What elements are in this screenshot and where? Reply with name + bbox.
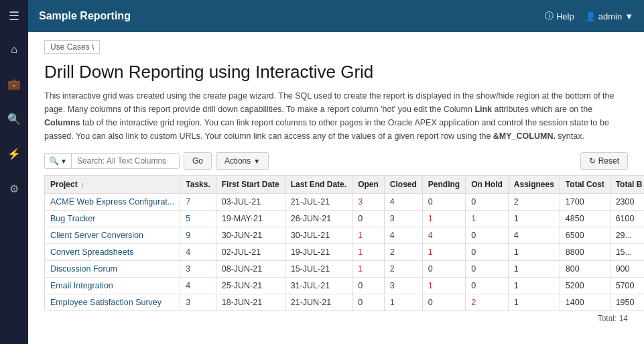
table-row: Email Integration 4 25-JUN-21 31-JUL-21 … [45,278,645,294]
cell-closed: 2 [384,244,422,261]
col-on-hold[interactable]: On Hold [466,176,509,194]
description: This interactive grid was created using … [44,89,628,143]
cell-open: 1 [352,261,385,278]
reset-icon: ↻ [589,156,596,166]
cell-pending: 4 [422,227,465,244]
cell-last-end-date: 30-JUL-21 [285,227,352,244]
col-closed[interactable]: Closed [384,176,422,194]
breadcrumb[interactable]: Use Cases \ [44,40,100,54]
chevron-down-icon: ▼ [253,158,260,165]
cell-on-hold: 1 [466,211,509,227]
cell-project: Convert Spreadsheets [45,244,180,261]
project-link[interactable]: ACME Web Express Configurat... [50,197,174,207]
sidebar: ☰ ⌂ 💼 🔍 ⚡ ⚙ [0,0,28,344]
chevron-down-icon: ▼ [625,11,633,21]
cell-closed: 3 [384,278,422,294]
cell-total-b: 29... [610,227,644,244]
sidebar-briefcase[interactable]: 💼 [0,67,28,102]
project-link[interactable]: Email Integration [50,281,113,290]
col-last-end-date[interactable]: Last End Date. [285,176,352,194]
page-title: Drill Down Reporting using Interactive G… [44,62,628,82]
cell-pending: 1 [422,278,465,294]
col-open[interactable]: Open [352,176,385,194]
cell-assignees: 4 [508,227,560,244]
user-icon: 👤 [585,11,596,21]
col-total-b[interactable]: Total B [610,176,644,194]
cell-on-hold: 0 [466,227,509,244]
help-button[interactable]: ⓘ Help [545,10,574,22]
cell-on-hold: 0 [466,244,509,261]
cell-first-start-date: 08-JUN-21 [216,261,285,278]
cell-last-end-date: 19-JUL-21 [285,244,352,261]
reset-button[interactable]: ↻ Reset [580,152,628,170]
cell-last-end-date: 15-JUL-21 [285,261,352,278]
cell-total-b: 6100 [610,211,644,227]
project-link[interactable]: Bug Tracker [50,214,95,223]
cell-tasks: 7 [180,194,216,211]
cell-project: Client Server Conversion [45,227,180,244]
cell-closed: 3 [384,211,422,227]
cell-last-end-date: 21-JUL-21 [285,194,352,211]
topnav-right: ⓘ Help 👤 admin ▼ [545,10,633,22]
cell-closed: 2 [384,261,422,278]
project-link[interactable]: Client Server Conversion [50,231,143,240]
sidebar-lightning[interactable]: ⚡ [0,137,28,172]
hamburger-button[interactable]: ☰ [0,0,28,32]
cell-on-hold: 2 [466,294,509,311]
col-total-cost[interactable]: Total Cost [560,176,610,194]
cell-project: Employee Satisfaction Survey [45,294,180,311]
toolbar: 🔍 ▼ Go Actions ▼ ↻ Reset [44,152,628,170]
cell-last-end-date: 21-JUN-21 [285,294,352,311]
go-button[interactable]: Go [184,152,212,170]
project-link[interactable]: Convert Spreadsheets [50,247,133,257]
cell-last-end-date: 26-JUN-21 [285,211,352,227]
cell-first-start-date: 18-JUN-21 [216,294,285,311]
col-pending[interactable]: Pending [422,176,465,194]
table-row: Discussion Forum 3 08-JUN-21 15-JUL-21 1… [45,261,645,278]
search-box: 🔍 ▼ [44,153,180,169]
sidebar-home[interactable]: ⌂ [0,32,28,67]
cell-closed: 4 [384,194,422,211]
col-project[interactable]: Project ↕ [45,176,180,194]
cell-tasks: 9 [180,227,216,244]
table-header-row: Project ↕ Tasks. First Start Date Last E… [45,176,645,194]
col-assignees[interactable]: Assignees [508,176,560,194]
sidebar-gear[interactable]: ⚙ [0,172,28,207]
project-link[interactable]: Discussion Forum [50,264,117,274]
search-icon: 🔍 [49,156,59,166]
hamburger-icon: ☰ [9,9,19,23]
cell-total-cost: 800 [560,261,610,278]
topnav: Sample Reporting ⓘ Help 👤 admin ▼ [28,0,644,32]
cell-open: 0 [352,294,385,311]
cell-project: Bug Tracker [45,211,180,227]
col-tasks[interactable]: Tasks. [180,176,216,194]
cell-open: 3 [352,194,385,211]
cell-project: ACME Web Express Configurat... [45,194,180,211]
cell-tasks: 3 [180,261,216,278]
project-link[interactable]: Employee Satisfaction Survey [50,298,162,307]
cell-first-start-date: 30-JUN-21 [216,227,285,244]
cell-closed: 1 [384,294,422,311]
cell-total-b: 900 [610,261,644,278]
cell-on-hold: 0 [466,194,509,211]
search-input[interactable] [72,154,179,168]
cell-open: 1 [352,244,385,261]
cell-open: 0 [352,211,385,227]
search-type-dropdown[interactable]: 🔍 ▼ [45,154,72,168]
sort-icon: ↕ [81,181,84,188]
table-row: ACME Web Express Configurat... 7 03-JUL-… [45,194,645,211]
breadcrumb-link[interactable]: Use Cases \ [50,42,94,52]
cell-total-cost: 1400 [560,294,610,311]
cell-pending: 1 [422,211,465,227]
cell-pending: 0 [422,261,465,278]
sidebar-search[interactable]: 🔍 [0,102,28,137]
toolbar-right: ↻ Reset [580,152,628,170]
col-first-start-date[interactable]: First Start Date [216,176,285,194]
actions-button[interactable]: Actions ▼ [216,152,269,170]
cell-total-cost: 1700 [560,194,610,211]
table-row: Client Server Conversion 9 30-JUN-21 30-… [45,227,645,244]
cell-first-start-date: 25-JUN-21 [216,278,285,294]
cell-first-start-date: 02-JUL-21 [216,244,285,261]
user-menu[interactable]: 👤 admin ▼ [585,11,633,21]
table-footer: Total: 14 [44,311,628,326]
